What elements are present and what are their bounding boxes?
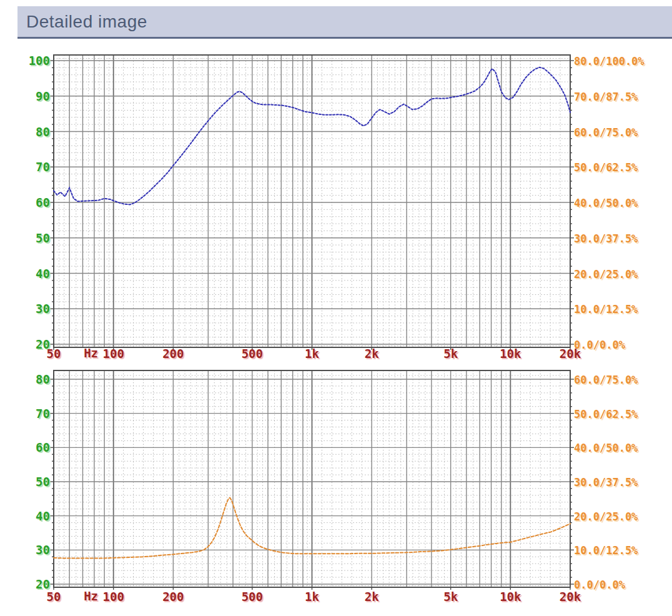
y-right-label: 30.0/37.5% xyxy=(574,232,638,245)
x-tick-label: 200 xyxy=(162,590,184,604)
x-tick-label: 500 xyxy=(242,347,263,360)
y-left-label: 90 xyxy=(36,89,50,103)
x-tick-label: 2k xyxy=(365,347,379,360)
x-tick-label: 100 xyxy=(103,590,124,604)
y-left-label: 70 xyxy=(36,407,50,420)
lower-impedance-curve-chart: 8060.0/75.0%7050.0/62.5%6040.0/50.0%5030… xyxy=(36,370,638,604)
y-left-label: 80 xyxy=(36,125,50,139)
y-right-label: 20.0/25.0% xyxy=(574,268,638,281)
y-left-label: 50 xyxy=(36,475,50,489)
x-tick-label: 100 xyxy=(103,347,124,360)
y-left-label: 40 xyxy=(36,509,50,523)
y-right-label: 50.0/62.5% xyxy=(574,161,638,174)
x-tick-label: 2k xyxy=(365,590,379,604)
y-right-label: 60.0/75.0% xyxy=(574,126,638,139)
y-right-label: 20.0/25.0% xyxy=(574,510,638,523)
grid xyxy=(54,55,570,347)
y-right-label: 80.0/100.0% xyxy=(574,55,645,67)
x-tick-label: 10k xyxy=(500,347,521,360)
y-left-label: 60 xyxy=(36,196,50,209)
upper-frequency-response-chart: 10080.0/100.0%9070.0/87.5%8060.0/75.0%70… xyxy=(29,54,645,360)
y-left-label: 30 xyxy=(36,302,50,315)
axis-labels: 10080.0/100.0%9070.0/87.5%8060.0/75.0%70… xyxy=(29,54,645,360)
y-left-label: 100 xyxy=(29,54,50,67)
x-tick-label: 5k xyxy=(443,347,458,360)
y-right-label: 0.0/0.0% xyxy=(574,339,626,351)
x-tick-label: 10k xyxy=(500,590,521,604)
x-tick-label: 20k xyxy=(560,590,581,604)
y-left-label: 30 xyxy=(36,543,50,557)
y-left-label: 50 xyxy=(36,231,50,245)
x-tick-label: 1k xyxy=(305,347,319,360)
y-left-label: 80 xyxy=(36,372,50,386)
x-tick-label: 500 xyxy=(242,590,263,604)
y-right-label: 30.0/37.5% xyxy=(574,476,638,489)
x-unit-label: Hz xyxy=(84,346,98,360)
y-right-label: 60.0/75.0% xyxy=(574,374,638,386)
y-right-label: 40.0/50.0% xyxy=(574,197,638,209)
charts-canvas: 10080.0/100.0%9070.0/87.5%8060.0/75.0%70… xyxy=(0,0,672,616)
y-left-label: 20 xyxy=(36,577,50,591)
x-tick-label: 200 xyxy=(162,347,184,360)
y-right-label: 70.0/87.5% xyxy=(574,91,638,103)
x-tick-label: 20k xyxy=(560,347,581,360)
y-left-label: 70 xyxy=(36,160,50,174)
x-tick-label: 50 xyxy=(47,347,61,360)
x-unit-label: Hz xyxy=(84,589,98,603)
y-left-label: 40 xyxy=(36,267,50,281)
axis-labels: 8060.0/75.0%7050.0/62.5%6040.0/50.0%5030… xyxy=(36,372,638,604)
y-right-label: 10.0/12.5% xyxy=(574,303,638,315)
grid xyxy=(54,370,570,587)
y-right-label: 40.0/50.0% xyxy=(574,442,638,454)
y-left-label: 60 xyxy=(36,440,50,454)
y-right-label: 50.0/62.5% xyxy=(574,408,638,420)
x-tick-label: 50 xyxy=(47,590,61,604)
y-right-label: 0.0/0.0% xyxy=(574,579,626,591)
x-tick-label: 1k xyxy=(305,590,319,604)
x-tick-label: 5k xyxy=(443,590,458,604)
y-right-label: 10.0/12.5% xyxy=(574,544,638,557)
